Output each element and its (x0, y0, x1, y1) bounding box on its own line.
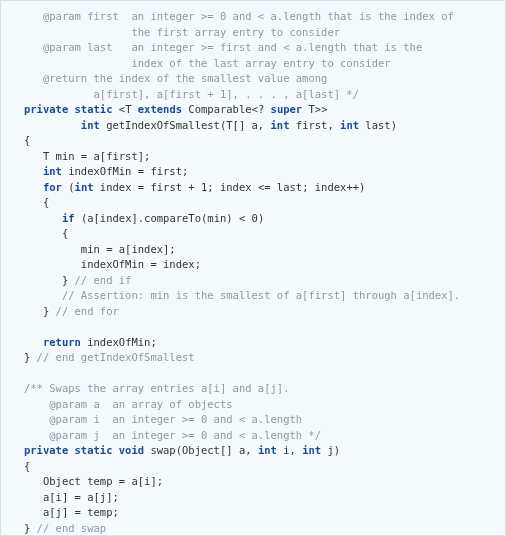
comment-line: index of the last array entry to conside… (5, 57, 391, 69)
comment-line: a[first], a[first + 1], . . . , a[last] … (5, 88, 359, 100)
code-line: } // end getIndexOfSmallest (5, 351, 195, 363)
comment-line: @param i an integer >= 0 and < a.length (5, 413, 302, 425)
code-line: private static <T extends Comparable<? s… (5, 103, 327, 115)
code-line: int indexOfMin = first; (5, 165, 188, 177)
code-line: } // end if (5, 274, 131, 286)
comment-line: @param a an array of objects (5, 398, 233, 410)
code-line: a[i] = a[j]; (5, 491, 119, 503)
code-line: if (a[index].compareTo(min) < 0) (5, 212, 264, 224)
comment-line: @param j an integer >= 0 and < a.length … (5, 429, 321, 441)
code-snippet: @param first an integer >= 0 and < a.len… (0, 0, 506, 536)
comment-line: @param last an integer >= first and < a.… (5, 41, 422, 53)
code-line: { (5, 227, 68, 239)
code-line: { (5, 134, 30, 146)
code-line: } // end swap (5, 522, 106, 534)
comment-line: // Assertion: min is the smallest of a[f… (5, 289, 460, 301)
comment-line: @param first an integer >= 0 and < a.len… (5, 10, 454, 22)
code-line: private static void swap(Object[] a, int… (5, 444, 340, 456)
code-line: return indexOfMin; (5, 336, 157, 348)
comment-line: the first array entry to consider (5, 26, 340, 38)
code-line: min = a[index]; (5, 243, 176, 255)
code-line: int getIndexOfSmallest(T[] a, int first,… (5, 119, 397, 131)
code-line: } // end for (5, 305, 119, 317)
code-line: a[j] = temp; (5, 506, 119, 518)
code-line: for (int index = first + 1; index <= las… (5, 181, 365, 193)
comment-line: @return the index of the smallest value … (5, 72, 327, 84)
code-line: { (5, 196, 49, 208)
code-line: Object temp = a[i]; (5, 475, 163, 487)
code-line: T min = a[first]; (5, 150, 150, 162)
comment-line: /** Swaps the array entries a[i] and a[j… (5, 382, 289, 394)
code-line: indexOfMin = index; (5, 258, 201, 270)
code-line: { (5, 460, 30, 472)
